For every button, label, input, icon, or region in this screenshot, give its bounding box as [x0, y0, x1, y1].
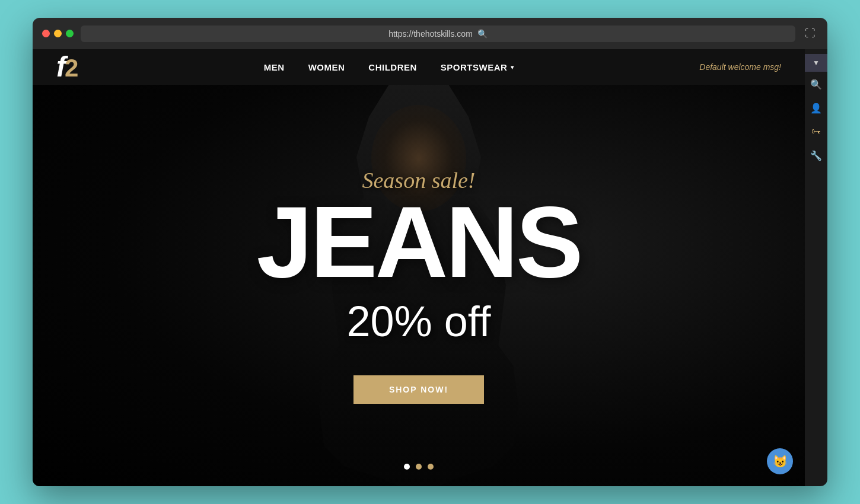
sidebar-search-icon[interactable]: 🔍 — [805, 73, 827, 95]
address-text: https://thehotskills.com — [388, 29, 473, 39]
nav-item-sportswear-label: SPORTSWEAR — [441, 62, 508, 72]
nav-item-women[interactable]: WOMEN — [308, 62, 345, 72]
nav-item-men[interactable]: MEN — [264, 62, 285, 72]
chevron-down-icon: ▾ — [511, 64, 514, 71]
logo-letter-f: f — [56, 53, 65, 81]
browser-window: https://thehotskills.com 🔍 ⛶ f 2 MEN WOM… — [33, 18, 827, 486]
nav-menu: MEN WOMEN CHILDREN SPORTSWEAR ▾ — [264, 62, 514, 72]
website-content: f 2 MEN WOMEN CHILDREN SPORTSWEAR ▾ Defa… — [33, 49, 827, 486]
logo[interactable]: f 2 — [56, 53, 78, 81]
sidebar-wrench-icon[interactable]: 🔧 — [805, 144, 827, 167]
hero-section: Season sale! JEANS 20% off SHOP NOW! 😺 — [33, 85, 805, 486]
traffic-lights — [42, 30, 74, 37]
search-icon: 🔍 — [477, 29, 488, 39]
hero-title: JEANS — [33, 199, 805, 285]
maximize-button[interactable] — [66, 30, 74, 37]
hero-content: Season sale! JEANS 20% off SHOP NOW! — [33, 167, 805, 404]
address-bar[interactable]: https://thehotskills.com 🔍 — [81, 25, 795, 42]
nav-item-children[interactable]: CHILDREN — [368, 62, 417, 72]
logo-number-2: 2 — [65, 56, 78, 81]
chat-widget-button[interactable]: 😺 — [767, 448, 793, 474]
hero-subtitle: 20% off — [33, 297, 805, 346]
nav-item-sportswear[interactable]: SPORTSWEAR ▾ — [441, 62, 514, 72]
carousel-dot-1[interactable] — [404, 464, 410, 470]
carousel-dot-3[interactable] — [428, 464, 434, 470]
shop-now-button[interactable]: SHOP NOW! — [353, 375, 484, 404]
sidebar-arrow[interactable]: ▼ — [805, 54, 827, 72]
main-content: f 2 MEN WOMEN CHILDREN SPORTSWEAR ▾ Defa… — [33, 49, 805, 486]
chat-icon: 😺 — [773, 454, 788, 468]
welcome-message: Default welcome msg! — [699, 62, 781, 72]
carousel-dot-2[interactable] — [416, 464, 422, 470]
close-button[interactable] — [42, 30, 50, 37]
browser-chrome: https://thehotskills.com 🔍 ⛶ — [33, 18, 827, 49]
carousel-dots — [404, 464, 434, 470]
site-header: f 2 MEN WOMEN CHILDREN SPORTSWEAR ▾ Defa… — [33, 49, 805, 85]
right-sidebar: ▼ 🔍 👤 🗝 🔧 — [805, 49, 827, 486]
sidebar-user-icon[interactable]: 👤 — [805, 97, 827, 119]
expand-button[interactable]: ⛶ — [802, 25, 818, 42]
minimize-button[interactable] — [54, 30, 62, 37]
sidebar-key-icon[interactable]: 🗝 — [805, 120, 827, 143]
